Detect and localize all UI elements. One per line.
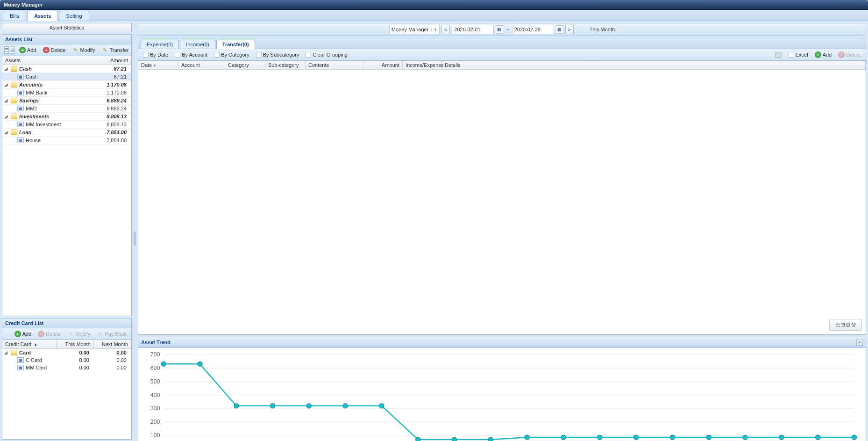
chevron-down-icon[interactable]: ◢ <box>4 130 9 135</box>
svg-point-42 <box>379 404 384 408</box>
prev-period-button[interactable]: < <box>441 25 450 34</box>
chevron-down-icon[interactable]: ◢ <box>4 114 9 119</box>
splitter[interactable] <box>134 23 136 440</box>
svg-text:200: 200 <box>150 419 160 425</box>
asset-group-amount: -7,854.00 <box>78 130 129 135</box>
svg-point-44 <box>452 437 457 441</box>
asset-group-amount: 87.21 <box>78 66 129 72</box>
add-asset-button[interactable]: +Add <box>16 45 39 55</box>
asset-trend-header: Asset Trend ≡ <box>138 337 866 348</box>
asset-group-name: Accounts <box>19 82 43 87</box>
add-record-button[interactable]: +Add <box>812 50 835 59</box>
payback-button[interactable]: ✎Pay Back <box>94 329 129 339</box>
folder-icon <box>11 98 17 103</box>
asset-group-row[interactable]: ◢Accounts1,170.08 <box>2 81 131 89</box>
asset-group-name: Investments <box>19 114 49 119</box>
svg-text:300: 300 <box>150 405 160 412</box>
card-next: 0.00 <box>92 357 129 363</box>
collapse-panel-icon[interactable]: ≡ <box>856 339 863 346</box>
tab-expense[interactable]: Expense(0) <box>141 40 179 49</box>
svg-point-43 <box>416 437 420 441</box>
transfer-asset-button[interactable]: ✎Transfer <box>99 45 132 55</box>
col-details[interactable]: Details <box>442 61 866 69</box>
transactions-grid[interactable]: 스크린샷 <box>138 70 866 334</box>
asset-item-row[interactable]: ▦MM Investment8,808.13 <box>2 121 131 129</box>
group-by-account-button[interactable]: By Account <box>172 51 210 59</box>
card-group-this: 0.00 <box>55 350 92 355</box>
date-from-input[interactable] <box>452 25 494 34</box>
date-range-separator: ~ <box>505 27 510 32</box>
checkbox-icon <box>175 52 180 58</box>
card-group-row[interactable]: ◢Card0.000.00 <box>2 349 131 356</box>
chevron-down-icon[interactable]: ◢ <box>4 66 9 71</box>
chevron-down-icon[interactable]: ◢ <box>4 82 9 87</box>
clear-grouping-button[interactable]: Clear Grouping <box>303 51 350 59</box>
export-excel-button[interactable]: Excel <box>786 51 811 59</box>
card-item-row[interactable]: ▦C Card0.000.00 <box>2 356 131 364</box>
col-amount[interactable]: Amount <box>76 56 131 65</box>
expand-all-icon[interactable]: ☰ <box>4 46 9 54</box>
modify-card-button[interactable]: ✎Modify <box>64 329 93 339</box>
col-assets[interactable]: Assets <box>2 56 76 65</box>
col-subcategory[interactable]: Sub-category <box>265 61 306 69</box>
col-date[interactable]: Date▼ <box>138 61 178 69</box>
svg-point-49 <box>634 435 639 440</box>
asset-item-row[interactable]: ▦Cash87.21 <box>2 73 131 81</box>
col-this-month[interactable]: This Month <box>57 340 94 348</box>
folder-icon <box>11 350 17 355</box>
book-select[interactable]: Money Manager▼ <box>389 25 440 34</box>
asset-item-row[interactable]: ▦MM Bank1,170.08 <box>2 89 131 97</box>
tab-assets[interactable]: Assets <box>27 11 58 21</box>
minus-icon: − <box>38 331 44 337</box>
asset-group-name: Savings <box>19 98 39 103</box>
group-by-date-button[interactable]: By Date <box>140 51 171 59</box>
delete-asset-button[interactable]: −Delete <box>40 45 69 55</box>
add-card-button[interactable]: +Add <box>12 329 35 339</box>
delete-card-button[interactable]: −Delete <box>35 329 64 339</box>
col-amount2[interactable]: Amount <box>363 61 403 69</box>
svg-point-36 <box>161 361 166 366</box>
tab-income[interactable]: Income(0) <box>180 40 215 49</box>
calendar-to-icon[interactable]: ▦ <box>556 25 563 34</box>
assets-tree[interactable]: ◢Cash87.21▦Cash87.21◢Accounts1,170.08▦MM… <box>2 65 131 316</box>
card-item-row[interactable]: ▦MM Card0.000.00 <box>2 364 131 371</box>
col-account[interactable]: Account <box>178 61 225 69</box>
asset-item-row[interactable]: ▦MM26,889.24 <box>2 105 131 113</box>
card-icon: ▦ <box>17 357 24 363</box>
date-to-input[interactable] <box>512 25 554 34</box>
chevron-down-icon[interactable]: ◢ <box>4 98 9 103</box>
tab-setting[interactable]: Setting <box>59 11 89 21</box>
asset-statistics-button[interactable]: Asset Statistics <box>2 23 132 32</box>
asset-icon: ▦ <box>17 74 24 80</box>
asset-item-name: House <box>26 137 41 143</box>
asset-group-row[interactable]: ◢Savings6,889.24 <box>2 97 131 105</box>
calendar-from-icon[interactable]: ▦ <box>496 25 503 34</box>
print-button[interactable] <box>773 51 785 59</box>
asset-group-row[interactable]: ◢Cash87.21 <box>2 65 131 73</box>
screenshot-button[interactable]: 스크린샷 <box>829 319 862 331</box>
asset-item-amount: -7,854.00 <box>78 137 129 143</box>
asset-group-row[interactable]: ◢Loan-7,854.00 <box>2 129 131 137</box>
col-credit-card[interactable]: Credit Card▲ <box>2 340 57 348</box>
col-contents[interactable]: Contents <box>306 61 363 69</box>
asset-item-row[interactable]: ▦House-7,854.00 <box>2 137 131 145</box>
next-period-button[interactable]: > <box>565 25 574 34</box>
app-titlebar: Money Manager <box>0 0 868 10</box>
group-by-category-button[interactable]: By Category <box>211 51 252 59</box>
modify-asset-button[interactable]: ✎Modify <box>69 45 98 55</box>
cc-tree[interactable]: ◢Card0.000.00▦C Card0.000.00▦MM Card0.00… <box>2 349 131 439</box>
col-next-month[interactable]: Next Month <box>94 340 131 348</box>
col-income-expense[interactable]: Income/Expense <box>403 61 442 69</box>
tab-bills[interactable]: Bills <box>3 11 26 21</box>
tab-transfer[interactable]: Transfer(0) <box>216 40 255 49</box>
svg-text:600: 600 <box>150 365 160 371</box>
collapse-all-icon[interactable]: ⊟ <box>10 46 14 54</box>
col-category[interactable]: Category <box>225 61 265 69</box>
group-by-subcategory-button[interactable]: By Subcategory <box>253 51 302 59</box>
chevron-down-icon[interactable]: ◢ <box>4 350 9 355</box>
asset-group-row[interactable]: ◢Investments8,808.13 <box>2 113 131 121</box>
asset-item-name: MM Bank <box>26 90 47 95</box>
svg-point-51 <box>706 435 711 440</box>
folder-icon <box>11 130 17 135</box>
delete-record-button[interactable]: −Delete <box>835 50 864 59</box>
